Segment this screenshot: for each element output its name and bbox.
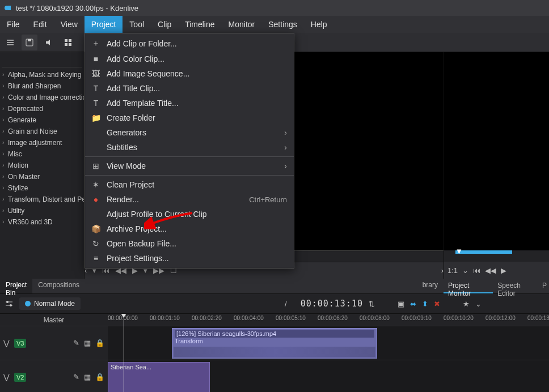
clip-title: Siberian seagulls-30fps.mp4 [197, 330, 276, 337]
tab-library[interactable]: brary [417, 279, 444, 293]
menu-separator [85, 175, 294, 176]
menu-item-add-image-sequence[interactable]: 🖼 Add Image Sequence... [85, 66, 294, 81]
effect-category[interactable]: On Master [0, 171, 84, 182]
favorite-icon[interactable]: ★ [463, 300, 470, 308]
insert-icon[interactable]: ⬌ [410, 300, 416, 308]
track-label[interactable]: V3 [14, 339, 26, 348]
rewind-icon[interactable]: ◀◀ [485, 266, 496, 275]
volume-icon[interactable] [41, 35, 57, 50]
hamburger-icon[interactable] [2, 35, 18, 50]
track-label[interactable]: V2 [14, 373, 26, 382]
film-icon[interactable]: ▦ [84, 373, 91, 381]
stepper-icon[interactable]: ⇅ [369, 300, 375, 308]
menu-edit[interactable]: Edit [27, 16, 54, 33]
effect-category[interactable]: VR360 and 3D [0, 216, 84, 228]
collapse-icon[interactable]: ⋁ [3, 339, 10, 347]
save-icon[interactable] [22, 35, 37, 50]
menubar: File Edit View Project Tool Clip Timelin… [0, 16, 549, 33]
menu-settings[interactable]: Settings [261, 16, 304, 33]
effect-category[interactable]: Misc [0, 148, 84, 160]
tab-speech-editor[interactable]: Speech Editor [493, 279, 540, 293]
overwrite-icon[interactable]: ⬍ [422, 300, 428, 308]
timecode-display[interactable]: 00:00:13:10 [301, 299, 363, 309]
tab-project-bin[interactable]: Project Bin [0, 279, 32, 293]
menu-item-add-color-clip[interactable]: ■ Add Color Clip... [85, 52, 294, 66]
collapse-icon[interactable]: ⋁ [3, 373, 10, 381]
effect-category[interactable]: Image adjustment [0, 137, 84, 148]
menu-project[interactable]: Project [85, 16, 123, 33]
effect-category[interactable]: Blur and Sharpen [0, 80, 84, 92]
track-header-v3[interactable]: ⋁ V3 ✎ ▦ 🔒 [0, 326, 108, 360]
lock-icon[interactable]: 🔒 [95, 373, 104, 381]
effect-category[interactable]: Alpha, Mask and Keying [0, 69, 84, 80]
menu-clip[interactable]: Clip [151, 16, 178, 33]
playhead[interactable] [124, 314, 124, 392]
timeline-clip[interactable]: Siberian Sea... [108, 362, 210, 392]
menu-item-create-folder[interactable]: 📁 Create Folder [85, 110, 294, 125]
chevron-down-icon[interactable]: ⌄ [462, 266, 468, 275]
chevron-down-icon[interactable]: ⌄ [475, 300, 482, 308]
tick: 00:00:06:20 [318, 315, 348, 321]
playhead-marker-icon[interactable]: ▼ [455, 247, 463, 255]
menu-item-adjust-profile[interactable]: Adjust Profile to Current Clip [85, 207, 294, 221]
menu-item-project-settings[interactable]: ≡ Project Settings... [85, 251, 294, 266]
menu-item-clean-project[interactable]: ✶ Clean Project [85, 177, 294, 192]
menu-item-subtitles[interactable]: Subtitles › [85, 140, 294, 155]
clip-thumbnail [174, 347, 375, 357]
effect-category[interactable]: Grain and Noise [0, 126, 84, 137]
tick: 00:00:05:10 [276, 315, 306, 321]
effect-category[interactable]: Deprecated [0, 103, 84, 114]
lock-icon[interactable]: 🔒 [95, 339, 104, 347]
mute-icon[interactable]: ✎ [73, 373, 79, 381]
settings-icon: ≡ [91, 254, 101, 263]
menu-item-add-title-clip[interactable]: T Add Title Clip... [85, 81, 294, 96]
settings-icon[interactable] [5, 299, 14, 308]
menu-tool[interactable]: Tool [123, 16, 151, 33]
play-icon[interactable]: ▶ [501, 266, 506, 275]
film-icon[interactable]: ▦ [84, 339, 91, 347]
tab-more[interactable]: P [540, 279, 549, 293]
effect-category[interactable]: Transform, Distort and Perspective [0, 194, 84, 205]
effect-category[interactable]: Color and Image correction [0, 92, 84, 103]
track-body-v2[interactable]: Siberian Sea... [108, 360, 549, 392]
tick: 00:00:08:00 [360, 315, 390, 321]
edit-mode-button[interactable]: Normal Mode [19, 297, 81, 310]
project-monitor-ruler[interactable]: ▼ [444, 250, 549, 262]
menu-item-view-mode[interactable]: ⊞ View Mode › [85, 159, 294, 173]
clip-scale: [126%] [176, 330, 196, 337]
open-icon: ↻ [91, 239, 101, 248]
menu-help[interactable]: Help [304, 16, 334, 33]
menu-file[interactable]: File [0, 16, 27, 33]
menu-shortcut: Ctrl+Return [249, 195, 287, 204]
effect-category[interactable]: Motion [0, 160, 84, 171]
effects-search[interactable] [2, 54, 82, 67]
tab-project-monitor[interactable]: Project Monitor [444, 279, 493, 293]
ruler-ticks[interactable]: 00:00:00:00 00:00:01:10 00:00:02:20 00:0… [108, 314, 549, 326]
timeline-ruler[interactable]: Master 00:00:00:00 00:00:01:10 00:00:02:… [0, 314, 549, 326]
menu-item-add-template-title[interactable]: T Add Template Title... [85, 96, 294, 110]
mute-icon[interactable]: ✎ [73, 339, 79, 347]
effect-category[interactable]: Utility [0, 205, 84, 216]
track-body-v3[interactable]: [126%] Siberian seagulls-30fps.mp4 Trans… [108, 326, 549, 360]
menu-item-add-clip[interactable]: ＋ Add Clip or Folder... [85, 36, 294, 52]
effects-tree[interactable]: Alpha, Mask and Keying Blur and Sharpen … [0, 69, 84, 279]
menu-monitor[interactable]: Monitor [222, 16, 262, 33]
menu-item-open-backup[interactable]: ↻ Open Backup File... [85, 236, 294, 251]
extract-icon[interactable]: ✖ [434, 300, 440, 308]
zoom-ratio[interactable]: 1:1 [447, 266, 458, 275]
menu-item-generators[interactable]: Generators › [85, 125, 294, 140]
menu-item-render[interactable]: ● Render... Ctrl+Return [85, 192, 294, 207]
menu-timeline[interactable]: Timeline [178, 16, 221, 33]
master-label[interactable]: Master [0, 314, 108, 326]
timeline-clip[interactable]: [126%] Siberian seagulls-30fps.mp4 Trans… [172, 328, 377, 359]
grid-icon[interactable] [60, 35, 76, 50]
track-header-v2[interactable]: ⋁ V2 ✎ ▦ 🔒 [0, 360, 108, 392]
zone-icon[interactable]: ▣ [398, 300, 404, 308]
tick: 00:00:13:1 [527, 315, 549, 321]
menu-item-archive-project[interactable]: 📦 Archive Project... [85, 221, 294, 236]
skip-back-icon[interactable]: ⏮ [473, 266, 480, 275]
effect-category[interactable]: Stylize [0, 182, 84, 194]
effect-category[interactable]: Generate [0, 114, 84, 126]
menu-view[interactable]: View [54, 16, 85, 33]
tab-compositions[interactable]: Compositions [32, 279, 85, 293]
